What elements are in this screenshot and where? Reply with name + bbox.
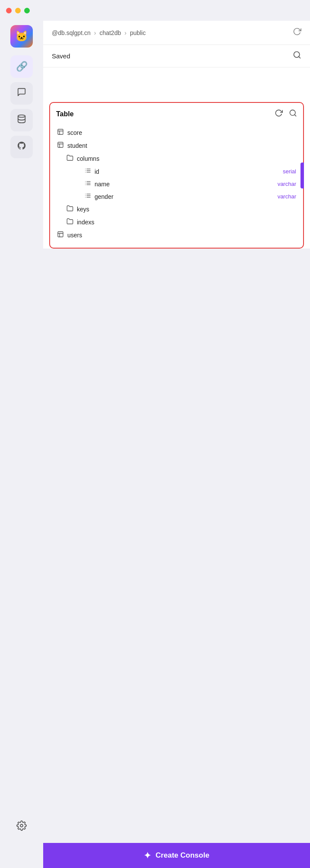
table-panel-wrapper: Table bbox=[43, 102, 310, 249]
sidebar-item-database[interactable] bbox=[10, 109, 33, 131]
folder-icon bbox=[66, 154, 73, 163]
create-console-label: Create Console bbox=[155, 851, 209, 860]
table-row-score[interactable]: score bbox=[54, 126, 299, 139]
sidebar-bottom bbox=[16, 820, 27, 833]
column-type-name: varchar bbox=[278, 181, 296, 187]
github-icon bbox=[17, 141, 26, 153]
scroll-tab bbox=[301, 163, 304, 188]
breadcrumb-bar: @db.sqlgpt.cn › chat2db › public bbox=[43, 21, 310, 45]
settings-button[interactable] bbox=[16, 820, 27, 833]
sidebar-item-chat[interactable] bbox=[10, 82, 33, 105]
sidebar-item-link[interactable]: 🔗 bbox=[10, 55, 33, 78]
svg-rect-26 bbox=[58, 232, 63, 237]
title-bar bbox=[0, 0, 310, 21]
svg-rect-7 bbox=[58, 142, 63, 147]
table-name-score: score bbox=[67, 129, 82, 136]
sparkle-icon: ✦ bbox=[144, 850, 151, 861]
search-icon[interactable] bbox=[293, 51, 301, 61]
minimize-button[interactable] bbox=[15, 8, 21, 13]
svg-rect-6 bbox=[58, 129, 63, 134]
folder-keys[interactable]: keys bbox=[54, 203, 299, 216]
refresh-table-icon[interactable] bbox=[275, 109, 283, 119]
svg-line-3 bbox=[299, 57, 301, 58]
breadcrumb-db: chat2db bbox=[99, 29, 121, 36]
saved-bar: Saved bbox=[43, 45, 310, 67]
saved-label: Saved bbox=[52, 52, 70, 60]
chat-icon bbox=[17, 87, 26, 99]
column-name-gender: gender bbox=[95, 193, 114, 200]
breadcrumb-host: @db.sqlgpt.cn bbox=[52, 29, 91, 36]
column-type-gender: varchar bbox=[278, 193, 296, 200]
database-icon bbox=[17, 114, 26, 126]
column-type-id: serial bbox=[283, 168, 296, 175]
maximize-button[interactable] bbox=[24, 8, 30, 13]
column-icon bbox=[85, 167, 91, 176]
svg-line-5 bbox=[294, 115, 296, 116]
main-content: @db.sqlgpt.cn › chat2db › public Saved T… bbox=[43, 21, 310, 868]
table-row-users[interactable]: users bbox=[54, 229, 299, 242]
table-panel-title: Table bbox=[56, 110, 74, 118]
folder-columns[interactable]: columns bbox=[54, 152, 299, 165]
refresh-icon[interactable] bbox=[293, 27, 301, 38]
folder-name-columns: columns bbox=[77, 155, 99, 162]
bottom-area bbox=[43, 249, 310, 868]
table-name-student: student bbox=[67, 142, 87, 149]
sidebar: 🐱 🔗 bbox=[0, 21, 43, 868]
empty-area bbox=[43, 67, 310, 102]
column-name-name: name bbox=[95, 181, 110, 188]
column-icon bbox=[85, 192, 91, 201]
table-name-users: users bbox=[67, 232, 82, 239]
table-icon bbox=[57, 128, 64, 137]
table-icon bbox=[57, 141, 64, 150]
column-name-id: id bbox=[95, 168, 99, 175]
table-panel-header: Table bbox=[54, 109, 299, 119]
column-gender[interactable]: gender varchar bbox=[54, 190, 299, 203]
folder-name-indexs: indexs bbox=[77, 219, 94, 226]
sidebar-item-github[interactable] bbox=[10, 136, 33, 158]
svg-point-0 bbox=[18, 115, 25, 118]
folder-indexs[interactable]: indexs bbox=[54, 216, 299, 229]
breadcrumb-schema: public bbox=[130, 29, 146, 36]
folder-icon bbox=[66, 218, 73, 227]
close-button[interactable] bbox=[6, 8, 12, 13]
search-table-icon[interactable] bbox=[289, 109, 297, 119]
breadcrumb-sep1: › bbox=[94, 29, 96, 36]
column-id[interactable]: id serial bbox=[54, 165, 299, 178]
svg-point-1 bbox=[20, 824, 23, 827]
table-icon bbox=[57, 231, 64, 239]
folder-icon bbox=[66, 205, 73, 214]
table-panel: Table bbox=[49, 102, 304, 249]
create-console-button[interactable]: ✦ Create Console bbox=[43, 843, 310, 868]
column-icon bbox=[85, 180, 91, 188]
avatar: 🐱 bbox=[10, 25, 33, 48]
breadcrumb-sep2: › bbox=[124, 29, 127, 36]
link-icon: 🔗 bbox=[16, 61, 28, 72]
table-row-student[interactable]: student bbox=[54, 139, 299, 152]
folder-name-keys: keys bbox=[77, 206, 89, 213]
table-panel-icons bbox=[275, 109, 297, 119]
column-name[interactable]: name varchar bbox=[54, 178, 299, 190]
